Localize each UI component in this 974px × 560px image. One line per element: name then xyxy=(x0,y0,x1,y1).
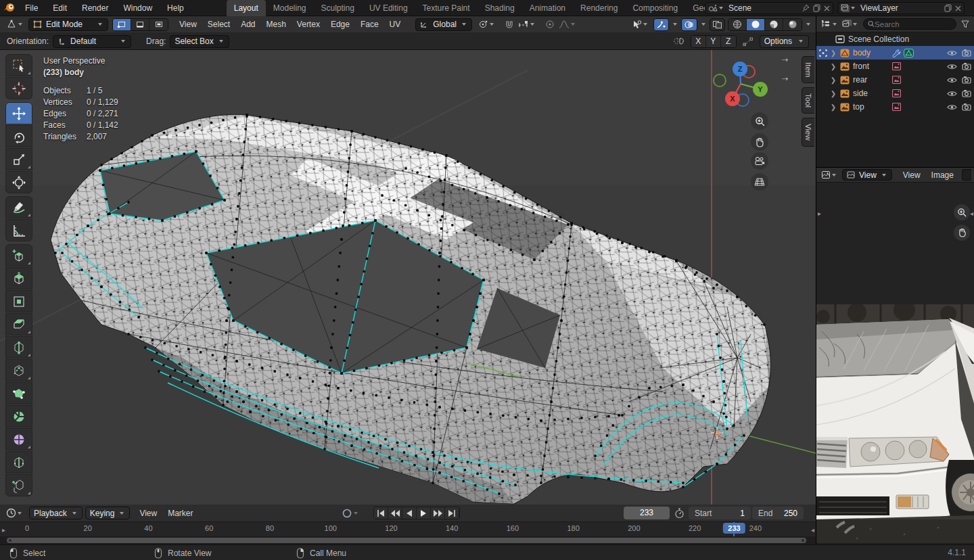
transform-orientation-dropdown[interactable]: Global xyxy=(415,18,472,31)
gizmos-toggle[interactable] xyxy=(653,18,669,31)
image-editor-image-menu[interactable]: Image xyxy=(926,170,959,180)
playback-menu[interactable]: Playback xyxy=(29,507,83,519)
jump-to-end-button[interactable] xyxy=(445,507,459,519)
poly-build-tool-button[interactable] xyxy=(5,382,32,404)
show-object-types-dropdown[interactable] xyxy=(630,20,651,29)
xray-toggle[interactable] xyxy=(710,18,725,31)
start-frame-field[interactable]: Start 1 xyxy=(689,507,751,519)
viewport-3d[interactable]: User Perspective (233) body Objects1 / 5… xyxy=(0,50,816,505)
disable-render-icon[interactable] xyxy=(962,62,971,70)
options-dropdown[interactable]: Options xyxy=(760,35,809,48)
new-viewlayer-icon[interactable] xyxy=(944,4,952,12)
move-tool-button[interactable] xyxy=(5,102,32,124)
timeline-ruler[interactable]: ▸ 233 ◂ 02040608010012014016018020022024… xyxy=(0,522,816,536)
viewport-menu-add[interactable]: Add xyxy=(235,20,260,29)
play-button[interactable] xyxy=(417,507,431,519)
unlink-scene-icon[interactable] xyxy=(824,5,830,11)
workspace-tab-shading[interactable]: Shading xyxy=(478,0,522,16)
modifier-wrench-icon[interactable] xyxy=(892,49,901,57)
right-panel-arrow-icon[interactable]: ◂ xyxy=(970,210,973,217)
tool-orientation-dropdown[interactable]: Default xyxy=(53,35,131,48)
spin-tool-button[interactable] xyxy=(5,405,32,427)
timeline-marker-menu[interactable]: Marker xyxy=(162,509,198,518)
viewport-menu-edge[interactable]: Edge xyxy=(325,20,355,29)
orthographic-toggle-button[interactable] xyxy=(751,173,768,191)
editor-type-image-icon[interactable] xyxy=(819,170,839,179)
face-select-mode-button[interactable] xyxy=(149,19,168,30)
smooth-tool-button[interactable] xyxy=(5,428,32,450)
topbar-menu-edit[interactable]: Edit xyxy=(45,0,74,16)
shading-material-button[interactable] xyxy=(765,19,783,30)
expand-chevron-icon[interactable]: ❯ xyxy=(829,90,837,97)
hide-viewport-icon[interactable] xyxy=(947,63,957,70)
new-scene-icon[interactable] xyxy=(813,4,820,12)
image-editor-view-menu[interactable]: View xyxy=(898,170,926,180)
object-name[interactable]: side xyxy=(853,89,868,98)
outliner-row-front[interactable]: ❯front xyxy=(816,60,974,73)
zoom-view-button[interactable] xyxy=(751,112,768,130)
viewport-canvas[interactable] xyxy=(0,50,816,505)
topbar-menu-help[interactable]: Help xyxy=(160,0,191,16)
collapse-tool-arrow-icon[interactable]: ⇢ xyxy=(782,74,788,83)
keying-menu[interactable]: Keying xyxy=(85,507,131,519)
editor-type-timeline-icon[interactable] xyxy=(4,508,25,518)
disable-render-icon[interactable] xyxy=(962,49,971,57)
object-name[interactable]: rear xyxy=(853,75,867,85)
left-panel-arrow-icon[interactable]: ▸ xyxy=(818,210,821,217)
object-name[interactable]: body xyxy=(853,48,871,57)
drag-mode-dropdown[interactable]: Select Box xyxy=(170,35,229,48)
topbar-menu-window[interactable]: Window xyxy=(116,0,160,16)
image-display-mode-dropdown[interactable]: View xyxy=(842,169,892,181)
overlays-dropdown-caret[interactable] xyxy=(701,23,705,26)
editor-type-outliner-icon[interactable] xyxy=(819,20,840,28)
disable-render-icon[interactable] xyxy=(962,103,971,111)
search-input[interactable] xyxy=(875,20,952,28)
gizmo-axis-y-neg[interactable] xyxy=(714,74,726,87)
workspace-tab-animation[interactable]: Animation xyxy=(522,0,573,16)
gizmos-dropdown-caret[interactable] xyxy=(673,23,677,26)
proportional-editing-icon[interactable] xyxy=(543,20,557,29)
disable-render-icon[interactable] xyxy=(962,76,971,84)
pan-view-button[interactable] xyxy=(751,133,768,151)
select-box-tool-button[interactable] xyxy=(5,54,32,76)
mirror-axis-y-button[interactable]: Y xyxy=(706,36,721,47)
image-data-icon[interactable] xyxy=(892,76,901,84)
timeline-scrollbar[interactable] xyxy=(7,538,806,543)
shading-solid-button[interactable] xyxy=(747,19,765,30)
object-name[interactable]: front xyxy=(853,62,869,71)
workspace-tab-texture-paint[interactable]: Texture Paint xyxy=(415,0,478,16)
loop-cut-tool-button[interactable] xyxy=(5,336,32,358)
overlays-toggle[interactable] xyxy=(681,18,697,31)
bevel-tool-button[interactable] xyxy=(5,313,32,335)
expand-chevron-icon[interactable]: ❯ xyxy=(829,103,837,111)
jump-to-start-button[interactable] xyxy=(374,507,388,519)
outliner-row-side[interactable]: ❯side xyxy=(816,87,974,100)
image-zoom-button[interactable] xyxy=(954,204,970,220)
workspace-tab-modeling[interactable]: Modeling xyxy=(266,0,314,16)
pivot-point-dropdown[interactable] xyxy=(476,20,497,29)
image-data-icon[interactable] xyxy=(892,62,901,70)
image-data-icon[interactable] xyxy=(892,89,901,97)
reference-image[interactable] xyxy=(816,304,974,543)
rotate-tool-button[interactable] xyxy=(5,125,32,147)
auto-keying-toggle[interactable] xyxy=(342,507,359,519)
scale-tool-button[interactable] xyxy=(5,148,32,170)
timeline-view-menu[interactable]: View xyxy=(134,509,162,518)
remove-viewlayer-icon[interactable] xyxy=(955,5,961,11)
viewlayer-selector[interactable]: ViewLayer xyxy=(837,2,965,14)
mode-dropdown[interactable]: Edit Mode xyxy=(28,18,108,31)
timeline-expand-arrow-icon[interactable]: ▸ xyxy=(2,526,5,534)
hide-viewport-icon[interactable] xyxy=(947,90,957,97)
sidebar-tab-tool[interactable]: Tool xyxy=(802,87,814,114)
timeline-collapse-arrow-icon[interactable]: ◂ xyxy=(811,526,814,534)
hide-viewport-icon[interactable] xyxy=(947,76,957,84)
edge-select-mode-button[interactable] xyxy=(131,19,149,30)
disable-render-icon[interactable] xyxy=(962,89,971,97)
prev-keyframe-button[interactable] xyxy=(388,507,402,519)
mirror-axis-x-button[interactable]: X xyxy=(691,36,706,47)
extrude-region-tool-button[interactable] xyxy=(5,267,32,289)
viewport-menu-mesh[interactable]: Mesh xyxy=(261,20,292,29)
image-pan-button[interactable] xyxy=(954,225,970,241)
hide-viewport-icon[interactable] xyxy=(947,103,957,111)
outliner-search[interactable] xyxy=(863,18,956,30)
